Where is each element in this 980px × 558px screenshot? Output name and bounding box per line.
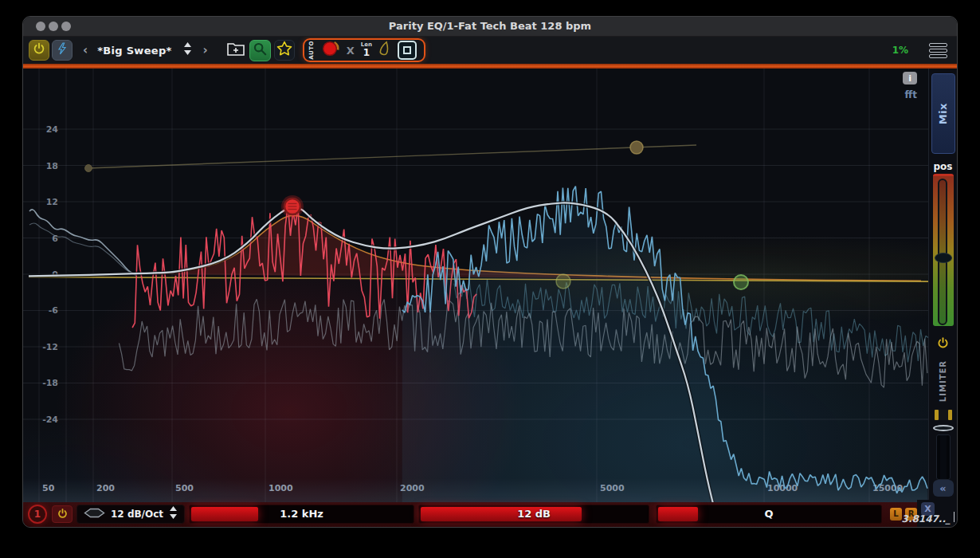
cpu-usage-readout: 1% bbox=[892, 45, 908, 56]
band-handle-green-2[interactable] bbox=[734, 275, 748, 289]
pre-spectrum-b bbox=[29, 223, 136, 276]
slope-select[interactable]: 12 dB/Oct bbox=[111, 509, 163, 520]
len-value-field[interactable]: Len 1 bbox=[361, 42, 372, 59]
plugin-window: Parity EQ/1-Fat Tech Beat 128 bpm ‹ *Big… bbox=[22, 16, 958, 528]
freq-slider[interactable]: 1.2 kHz bbox=[189, 505, 414, 524]
db-tick-label: -18 bbox=[42, 378, 58, 388]
tilt-handle[interactable] bbox=[630, 141, 643, 154]
value-edit-field[interactable]: 3.8147.._ bbox=[902, 513, 951, 525]
search-presets-button[interactable] bbox=[249, 40, 271, 61]
power-icon bbox=[936, 336, 950, 350]
save-preset-button[interactable] bbox=[225, 40, 246, 61]
mix-panel-button[interactable]: Mix bbox=[931, 73, 955, 154]
auto-label: AUTO bbox=[308, 41, 315, 60]
freq-tick-label: 200 bbox=[96, 483, 115, 493]
band-power-button[interactable] bbox=[52, 505, 73, 523]
limiter-threshold-handle[interactable] bbox=[933, 425, 954, 431]
auto-gain-knob[interactable] bbox=[321, 39, 340, 61]
right-sidebar: Mix pos LIMITER « bbox=[928, 69, 957, 500]
favorite-button[interactable] bbox=[274, 40, 295, 61]
auto-gain-group: AUTO X Len 1 bbox=[303, 38, 425, 62]
square-in-square-icon bbox=[403, 46, 411, 54]
position-slider[interactable] bbox=[933, 174, 954, 326]
limiter-label: LIMITER bbox=[939, 360, 947, 402]
db-tick-label: 12 bbox=[46, 197, 58, 207]
power-icon bbox=[32, 41, 46, 59]
limiter-power-button[interactable] bbox=[936, 336, 950, 353]
freq-tick-label: 1000 bbox=[269, 483, 293, 493]
output-meter bbox=[936, 434, 951, 480]
len-value: 1 bbox=[363, 48, 370, 58]
trigger-button[interactable] bbox=[378, 41, 391, 61]
next-preset-button[interactable]: › bbox=[203, 40, 208, 61]
gain-value: 12 dB bbox=[419, 505, 649, 523]
band-number-badge[interactable]: 1 bbox=[28, 505, 47, 524]
freq-tick-label: 500 bbox=[175, 483, 194, 493]
titlebar[interactable]: Parity EQ/1-Fat Tech Beat 128 bpm bbox=[23, 17, 957, 37]
fft-toggle[interactable]: fft bbox=[905, 89, 917, 100]
band-handle-green-1[interactable] bbox=[556, 274, 570, 289]
ab-compare-button[interactable] bbox=[52, 40, 73, 61]
menu-button[interactable] bbox=[929, 43, 947, 58]
filter-type-group: 12 dB/Oct bbox=[76, 505, 185, 524]
pos-label: pos bbox=[934, 161, 953, 172]
text-cursor bbox=[954, 512, 955, 522]
mix-label: Mix bbox=[937, 103, 949, 124]
position-slider-track bbox=[938, 179, 947, 325]
power-icon bbox=[57, 508, 69, 520]
freq-tick-label: 50 bbox=[42, 483, 55, 493]
band-edit-bar: 1 12 dB/Oct 1.2 kHz 12 bbox=[23, 500, 957, 527]
limiter-clamp-control[interactable] bbox=[935, 410, 952, 420]
spectrum-blue-fill bbox=[402, 187, 927, 502]
pre-spectrum-a bbox=[29, 210, 136, 275]
search-icon bbox=[253, 41, 267, 59]
folder-plus-icon bbox=[226, 41, 245, 60]
db-tick-label: 18 bbox=[46, 161, 58, 171]
db-tick-label: 24 bbox=[46, 124, 59, 135]
hamburger-icon bbox=[929, 43, 947, 47]
preset-browse-stepper[interactable] bbox=[183, 42, 192, 58]
toolbar: ‹ *Big Sweep* › AUTO bbox=[23, 37, 957, 64]
db-tick-label: -24 bbox=[42, 415, 58, 425]
lightning-icon bbox=[57, 42, 68, 58]
position-slider-handle[interactable] bbox=[935, 253, 952, 263]
gain-slider[interactable]: 12 dB bbox=[418, 505, 649, 524]
eq-graph[interactable]: 24181260-6-12-18-24502005001000200050001… bbox=[23, 69, 928, 502]
db-tick-label: -12 bbox=[42, 342, 58, 352]
auto-bypass-button[interactable]: X bbox=[347, 45, 355, 57]
star-icon bbox=[276, 41, 292, 60]
tilt-band-line[interactable] bbox=[88, 145, 696, 168]
filter-shape-button[interactable] bbox=[84, 506, 105, 521]
db-tick-label: -6 bbox=[49, 305, 59, 316]
left-channel-button[interactable]: L bbox=[890, 508, 902, 521]
q-slider[interactable]: Q bbox=[656, 505, 882, 524]
freq-value: 1.2 kHz bbox=[190, 505, 414, 523]
collapse-sidebar-button[interactable]: « bbox=[933, 480, 954, 497]
plugin-power-button[interactable] bbox=[29, 40, 49, 61]
window-title: Parity EQ/1-Fat Tech Beat 128 bpm bbox=[23, 17, 957, 36]
prev-preset-button[interactable]: ‹ bbox=[83, 40, 88, 61]
q-label: Q bbox=[657, 505, 881, 523]
link-mode-button[interactable] bbox=[398, 41, 417, 60]
preset-name[interactable]: *Big Sweep* bbox=[97, 45, 171, 57]
value-edit-corner: X 3.8147.._ bbox=[917, 500, 957, 527]
eq-display[interactable]: 24181260-6-12-18-24502005001000200050001… bbox=[23, 69, 928, 502]
slope-stepper[interactable] bbox=[169, 506, 178, 522]
tilt-anchor-dot[interactable] bbox=[85, 165, 92, 172]
info-button[interactable]: i bbox=[903, 72, 917, 84]
